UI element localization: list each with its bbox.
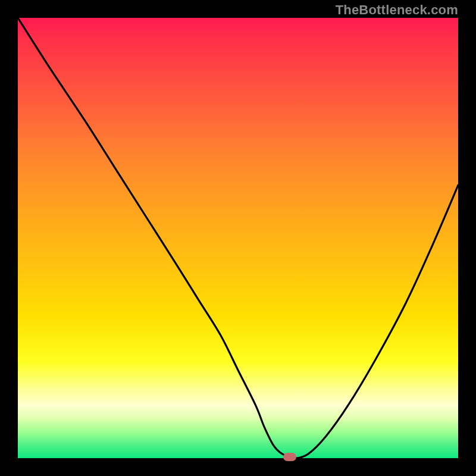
bottleneck-curve-path bbox=[18, 18, 458, 458]
chart-frame: TheBottleneck.com bbox=[0, 0, 476, 476]
optimal-point-marker bbox=[283, 453, 296, 461]
curve-layer bbox=[18, 18, 458, 458]
watermark-text: TheBottleneck.com bbox=[336, 2, 458, 18]
